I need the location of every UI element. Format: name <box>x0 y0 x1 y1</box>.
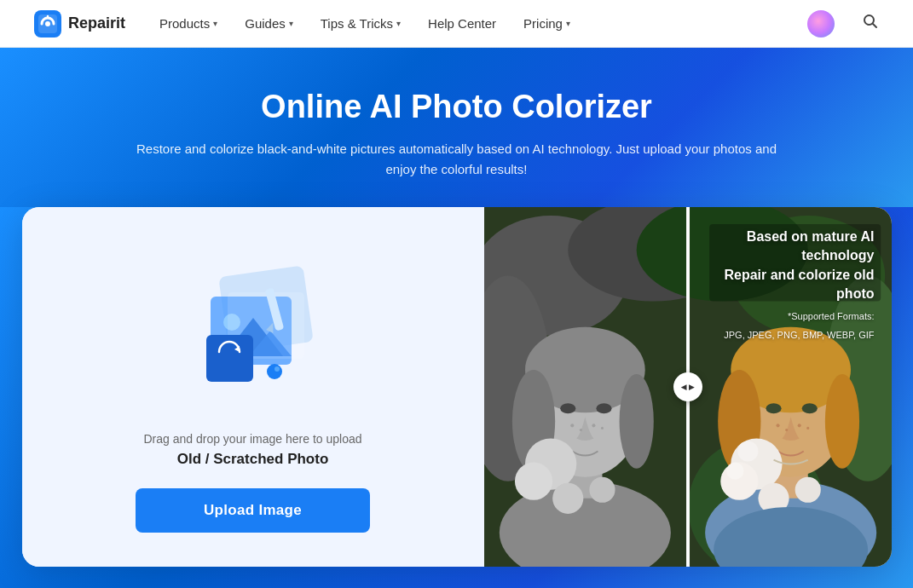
svg-point-13 <box>274 366 280 372</box>
nav-pricing[interactable]: Pricing ▾ <box>523 16 570 31</box>
drag-drop-text: Drag and drop your image here to upload <box>143 432 361 446</box>
nav-tips-tricks[interactable]: Tips & Tricks ▾ <box>321 16 401 31</box>
products-chevron-icon: ▾ <box>213 19 217 28</box>
tool-card: Drag and drop your image here to upload … <box>22 207 892 567</box>
preview-formats-list: JPG, JPEG, PNG, BMP, WEBP, GIF <box>688 328 875 343</box>
nav-help-center[interactable]: Help Center <box>428 16 496 31</box>
upload-image-button[interactable]: Upload Image <box>136 488 370 533</box>
hero-subtitle: Restore and colorize black-and-white pic… <box>124 139 789 180</box>
preview-title-line2: Repair and colorize old photo <box>688 266 875 304</box>
preview-panel: Based on mature AI technology Repair and… <box>484 207 892 567</box>
upload-illustration <box>159 241 347 412</box>
guides-chevron-icon: ▾ <box>289 19 293 28</box>
hero-section: Online AI Photo Colorizer Restore and co… <box>0 48 913 207</box>
tips-chevron-icon: ▾ <box>396 19 401 28</box>
user-avatar[interactable] <box>807 10 835 37</box>
preview-title-line1: Based on mature AI technology <box>688 228 875 266</box>
arrow-right-icon: ▸ <box>689 381 694 393</box>
svg-point-2 <box>45 21 50 26</box>
logo-link[interactable]: Repairit <box>34 10 125 37</box>
nav-products[interactable]: Products ▾ <box>159 16 217 31</box>
search-icon[interactable] <box>862 13 879 34</box>
upload-file-type-label: Old / Scratched Photo <box>177 451 329 468</box>
preview-formats-label: *Supported Formats: <box>688 309 875 324</box>
illustration-svg <box>164 245 343 407</box>
svg-point-12 <box>267 364 282 379</box>
hero-title: Online AI Photo Colorizer <box>17 89 896 125</box>
pricing-chevron-icon: ▾ <box>566 19 570 28</box>
arrow-left-icon: ◂ <box>681 381 686 393</box>
upload-panel: Drag and drop your image here to upload … <box>22 207 484 567</box>
navbar: Repairit Products ▾ Guides ▾ Tips & Tric… <box>0 0 913 48</box>
nav-guides[interactable]: Guides ▾ <box>245 16 293 31</box>
divider-handle[interactable]: ◂ ▸ <box>673 372 702 401</box>
main-area: Drag and drop your image here to upload … <box>0 207 913 588</box>
logo-icon <box>34 10 61 37</box>
logo-text: Repairit <box>68 14 125 32</box>
